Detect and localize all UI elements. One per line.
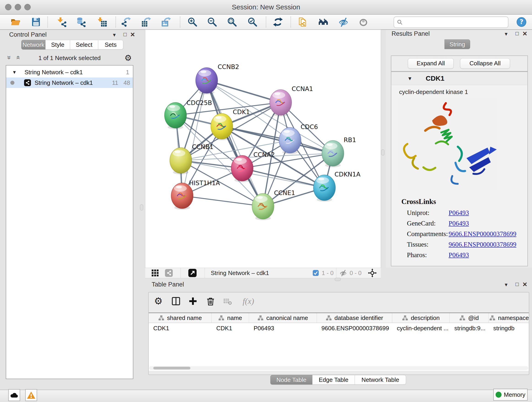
grid-view-icon[interactable] [151, 269, 159, 277]
float-panel-icon[interactable]: □ [513, 30, 521, 37]
tab-string[interactable]: String [444, 39, 470, 49]
crosslink-link[interactable]: P06493 [449, 251, 469, 259]
tab-network-table[interactable]: Network Table [355, 375, 406, 385]
fit-content-icon[interactable] [368, 269, 377, 277]
close-panel-icon[interactable]: ✕ [129, 31, 137, 38]
node-HIST1H1A[interactable]: HIST1H1A [171, 179, 220, 210]
column-header-canonical-name[interactable]: canonical name [249, 313, 317, 323]
home-icon[interactable] [318, 17, 328, 27]
network-options-gear-icon[interactable]: ⚙ [124, 53, 132, 63]
refresh-layout-icon[interactable] [273, 17, 283, 27]
crosslink-link[interactable]: 9606.ENSP00000378699 [449, 230, 516, 238]
node-CCNB2[interactable]: CCNB2 [196, 63, 239, 95]
export-table-icon[interactable] [141, 17, 151, 27]
edge-CCNB2-CCNA1[interactable] [207, 80, 281, 102]
toolbar-separator [291, 17, 291, 27]
birdseye-view-icon[interactable] [188, 269, 196, 277]
column-header-database-identifier[interactable]: database identifier [317, 313, 392, 323]
collapse-all-button[interactable]: Collapse All [460, 58, 510, 69]
node-CCNB1[interactable]: CCNB1 [170, 143, 214, 174]
float-panel-icon[interactable]: □ [121, 31, 129, 38]
collapse-panel-icon[interactable]: ▾ [502, 281, 510, 288]
show-all-icon[interactable] [358, 17, 368, 27]
table-settings-gear-icon[interactable]: ⚙ [152, 295, 164, 307]
warnings-button[interactable] [25, 389, 37, 401]
column-header-name[interactable]: name [212, 313, 249, 323]
close-panel-icon[interactable]: ✕ [521, 30, 529, 37]
save-session-icon[interactable] [31, 17, 41, 27]
cloud-status-button[interactable] [8, 389, 20, 401]
edge-CCNB2-CCNE1[interactable] [207, 80, 263, 206]
expand-all-button[interactable]: Expand All [408, 58, 454, 69]
network-row[interactable]: String Network – cdk1 11 48 [6, 77, 133, 88]
column-header-namespace[interactable]: namespace [489, 313, 529, 323]
table-cell[interactable]: cyclin-dependent ... [392, 323, 450, 333]
search-icon [397, 19, 403, 25]
crosslink-link[interactable]: P06493 [449, 220, 469, 227]
search-field[interactable] [394, 17, 508, 28]
tab-network[interactable]: Network [21, 40, 46, 50]
horizontal-splitter-handle[interactable] [335, 278, 341, 281]
import-table-icon[interactable] [97, 17, 107, 27]
table-cell[interactable]: CDK1 [212, 323, 249, 333]
node-CCNA1[interactable]: CCNA1 [270, 85, 313, 116]
vertical-splitter-handle[interactable] [140, 204, 143, 211]
selected-checkbox-icon[interactable] [312, 270, 319, 276]
float-panel-icon[interactable]: □ [513, 281, 521, 287]
collection-disclosure-icon[interactable]: ▼ [12, 70, 17, 75]
export-image-icon[interactable] [161, 17, 171, 27]
add-column-icon[interactable] [187, 295, 199, 307]
table-cell[interactable]: P06493 [249, 323, 317, 333]
export-network-icon[interactable] [121, 17, 131, 27]
help-icon[interactable]: ? [516, 17, 526, 27]
collapse-panel-icon[interactable]: ▾ [502, 31, 510, 37]
node-CCNE1[interactable]: CCNE1 [252, 189, 295, 220]
node-RB1[interactable]: RB1 [322, 136, 356, 167]
node-CDC25B[interactable]: CDC25B [165, 99, 212, 129]
close-panel-icon[interactable]: ✕ [521, 281, 529, 288]
crosslink-link[interactable]: 9606.ENSP00000378699 [449, 241, 516, 248]
table-cell[interactable]: stringdb [489, 323, 529, 333]
scrollbar-thumb[interactable] [153, 367, 190, 370]
import-network-icon[interactable] [57, 17, 67, 27]
zoom-in-icon[interactable] [187, 17, 197, 27]
network-canvas[interactable]: CCNB2CCNA1CDC25BCDK1CDC6RB1CCNB1CCNA2CDK… [145, 30, 381, 268]
node-CDC6[interactable]: CDC6 [279, 123, 318, 154]
open-session-icon[interactable] [11, 17, 21, 27]
delete-column-icon[interactable] [205, 295, 216, 307]
crosslink-link[interactable]: P06493 [449, 209, 469, 217]
table-cell[interactable]: 9606.ENSP00000378699 [317, 323, 392, 333]
tab-edge-table[interactable]: Edge Table [312, 375, 355, 385]
table-cell[interactable]: stringdb:9... [450, 323, 489, 333]
hide-selected-icon[interactable] [338, 17, 348, 27]
gene-disclosure-icon[interactable]: ▼ [407, 76, 412, 82]
tab-sets[interactable]: Sets [98, 40, 123, 50]
show-columns-icon[interactable] [170, 295, 182, 307]
hidden-eye-icon[interactable] [340, 269, 347, 277]
horizontal-scrollbar[interactable] [149, 366, 528, 370]
memory-button[interactable]: Memory [493, 389, 528, 401]
network-graph[interactable]: CCNB2CCNA1CDC25BCDK1CDC6RB1CCNB1CCNA2CDK… [145, 30, 381, 268]
table-cell[interactable]: CDK1 [149, 323, 212, 333]
tab-style[interactable]: Style [45, 40, 70, 50]
node-CDKN1A[interactable]: CDKN1A [313, 171, 361, 202]
tab-select[interactable]: Select [70, 40, 98, 50]
vertical-splitter-handle[interactable] [381, 149, 385, 155]
network-share-icon[interactable] [165, 269, 173, 277]
zoom-fit-icon[interactable] [227, 17, 237, 27]
column-header--id[interactable]: @id [450, 313, 489, 323]
edge-CCNB2-HIST1H1A[interactable] [182, 80, 207, 196]
tab-node-table[interactable]: Node Table [270, 375, 312, 385]
import-network-database-icon[interactable] [76, 17, 86, 27]
network-collection-row[interactable]: ▼ String Network – cdk1 1 [6, 67, 133, 77]
gene-header[interactable]: ▼ CDK1 [391, 72, 527, 85]
zoom-out-icon[interactable] [207, 17, 217, 27]
edge-HIST1H1A-CCNE1[interactable] [182, 196, 263, 206]
column-header-description[interactable]: description [392, 313, 450, 323]
share-session-icon[interactable] [298, 17, 308, 27]
search-input[interactable] [405, 17, 508, 27]
column-header-shared-name[interactable]: shared name [149, 313, 212, 323]
collapse-panel-icon[interactable]: ▾ [110, 32, 118, 38]
zoom-selected-icon[interactable] [247, 17, 258, 27]
table-row[interactable]: CDK1CDK1P064939606.ENSP00000378699cyclin… [149, 323, 529, 333]
